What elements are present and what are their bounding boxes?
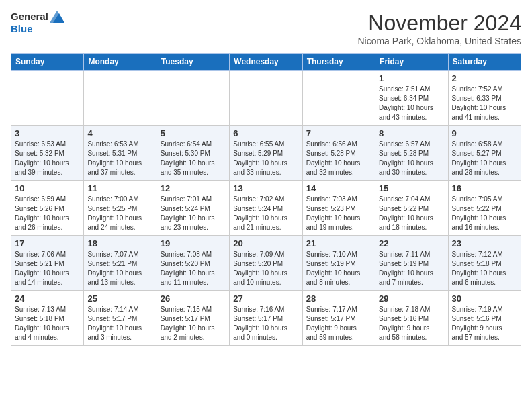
day-info: Sunrise: 6:53 AM Sunset: 5:31 PM Dayligh…: [87, 140, 152, 177]
logo-general: General: [11, 11, 48, 23]
calendar-cell: 16Sunrise: 7:05 AM Sunset: 5:22 PM Dayli…: [448, 181, 521, 236]
calendar-cell: 11Sunrise: 7:00 AM Sunset: 5:25 PM Dayli…: [84, 181, 157, 236]
day-info: Sunrise: 7:02 AM Sunset: 5:24 PM Dayligh…: [233, 195, 298, 232]
day-info: Sunrise: 6:59 AM Sunset: 5:26 PM Dayligh…: [15, 195, 80, 232]
calendar-cell: 19Sunrise: 7:08 AM Sunset: 5:20 PM Dayli…: [157, 236, 229, 291]
day-number: 6: [233, 128, 298, 138]
day-number: 16: [452, 183, 517, 193]
calendar-cell: 20Sunrise: 7:09 AM Sunset: 5:20 PM Dayli…: [230, 236, 302, 291]
day-info: Sunrise: 6:54 AM Sunset: 5:30 PM Dayligh…: [161, 140, 226, 177]
weekday-header-monday: Monday: [84, 54, 157, 71]
calendar-cell: [230, 71, 302, 126]
calendar-cell: [11, 71, 84, 126]
day-number: 28: [306, 293, 371, 304]
day-number: 11: [87, 183, 152, 193]
day-number: 5: [161, 128, 226, 138]
calendar-cell: 18Sunrise: 7:07 AM Sunset: 5:21 PM Dayli…: [84, 236, 157, 291]
calendar-table: SundayMondayTuesdayWednesdayThursdayFrid…: [11, 53, 521, 346]
calendar-cell: 12Sunrise: 7:01 AM Sunset: 5:24 PM Dayli…: [157, 181, 229, 236]
calendar-cell: 23Sunrise: 7:12 AM Sunset: 5:18 PM Dayli…: [448, 236, 521, 291]
day-number: 14: [306, 183, 371, 193]
calendar-cell: 8Sunrise: 6:57 AM Sunset: 5:28 PM Daylig…: [375, 126, 448, 181]
day-info: Sunrise: 7:11 AM Sunset: 5:19 PM Dayligh…: [379, 250, 444, 287]
day-number: 17: [15, 238, 80, 248]
logo-blue: Blue: [11, 23, 64, 35]
calendar-cell: 21Sunrise: 7:10 AM Sunset: 5:19 PM Dayli…: [302, 236, 375, 291]
day-number: 25: [87, 293, 152, 304]
month-title: November 2024: [357, 11, 521, 36]
day-info: Sunrise: 7:17 AM Sunset: 5:17 PM Dayligh…: [306, 305, 371, 342]
weekday-header-saturday: Saturday: [448, 54, 521, 71]
day-number: 8: [379, 128, 444, 138]
page-header: General Blue November 2024 Nicoma Park, …: [11, 11, 521, 46]
calendar-cell: 28Sunrise: 7:17 AM Sunset: 5:17 PM Dayli…: [302, 291, 375, 346]
day-info: Sunrise: 7:16 AM Sunset: 5:17 PM Dayligh…: [233, 305, 298, 342]
calendar-cell: 17Sunrise: 7:06 AM Sunset: 5:21 PM Dayli…: [11, 236, 84, 291]
weekday-header-wednesday: Wednesday: [230, 54, 302, 71]
calendar-cell: 15Sunrise: 7:04 AM Sunset: 5:22 PM Dayli…: [375, 181, 448, 236]
day-info: Sunrise: 7:08 AM Sunset: 5:20 PM Dayligh…: [161, 250, 226, 287]
day-info: Sunrise: 6:55 AM Sunset: 5:29 PM Dayligh…: [233, 140, 298, 177]
week-row-5: 24Sunrise: 7:13 AM Sunset: 5:18 PM Dayli…: [11, 291, 521, 346]
calendar-cell: 27Sunrise: 7:16 AM Sunset: 5:17 PM Dayli…: [230, 291, 302, 346]
day-number: 4: [87, 128, 152, 138]
calendar-cell: [84, 71, 157, 126]
calendar-cell: 26Sunrise: 7:15 AM Sunset: 5:17 PM Dayli…: [157, 291, 229, 346]
day-info: Sunrise: 7:07 AM Sunset: 5:21 PM Dayligh…: [87, 250, 152, 287]
calendar-cell: 6Sunrise: 6:55 AM Sunset: 5:29 PM Daylig…: [230, 126, 302, 181]
calendar-cell: 1Sunrise: 7:51 AM Sunset: 6:34 PM Daylig…: [375, 71, 448, 126]
calendar-cell: 7Sunrise: 6:56 AM Sunset: 5:28 PM Daylig…: [302, 126, 375, 181]
day-number: 18: [87, 238, 152, 248]
day-info: Sunrise: 7:15 AM Sunset: 5:17 PM Dayligh…: [161, 305, 226, 342]
day-info: Sunrise: 7:18 AM Sunset: 5:16 PM Dayligh…: [379, 305, 444, 342]
week-row-3: 10Sunrise: 6:59 AM Sunset: 5:26 PM Dayli…: [11, 181, 521, 236]
day-info: Sunrise: 7:06 AM Sunset: 5:21 PM Dayligh…: [15, 250, 80, 287]
day-number: 24: [15, 293, 80, 304]
day-number: 30: [452, 293, 517, 304]
calendar-cell: 3Sunrise: 6:53 AM Sunset: 5:32 PM Daylig…: [11, 126, 84, 181]
day-info: Sunrise: 7:14 AM Sunset: 5:17 PM Dayligh…: [87, 305, 152, 342]
day-info: Sunrise: 7:03 AM Sunset: 5:23 PM Dayligh…: [306, 195, 371, 232]
week-row-2: 3Sunrise: 6:53 AM Sunset: 5:32 PM Daylig…: [11, 126, 521, 181]
day-number: 26: [161, 293, 226, 304]
day-number: 20: [233, 238, 298, 248]
day-info: Sunrise: 7:12 AM Sunset: 5:18 PM Dayligh…: [452, 250, 517, 287]
weekday-header-sunday: Sunday: [11, 54, 84, 71]
logo: General Blue: [11, 11, 64, 35]
day-number: 13: [233, 183, 298, 193]
calendar-cell: 30Sunrise: 7:19 AM Sunset: 5:16 PM Dayli…: [448, 291, 521, 346]
week-row-1: 1Sunrise: 7:51 AM Sunset: 6:34 PM Daylig…: [11, 71, 521, 126]
calendar-cell: 14Sunrise: 7:03 AM Sunset: 5:23 PM Dayli…: [302, 181, 375, 236]
calendar-cell: 4Sunrise: 6:53 AM Sunset: 5:31 PM Daylig…: [84, 126, 157, 181]
day-number: 19: [161, 238, 226, 248]
weekday-header-tuesday: Tuesday: [157, 54, 229, 71]
day-info: Sunrise: 7:13 AM Sunset: 5:18 PM Dayligh…: [15, 305, 80, 342]
week-row-4: 17Sunrise: 7:06 AM Sunset: 5:21 PM Dayli…: [11, 236, 521, 291]
day-info: Sunrise: 7:51 AM Sunset: 6:34 PM Dayligh…: [379, 85, 444, 122]
calendar-cell: 2Sunrise: 7:52 AM Sunset: 6:33 PM Daylig…: [448, 71, 521, 126]
day-number: 7: [306, 128, 371, 138]
day-number: 21: [306, 238, 371, 248]
day-number: 1: [379, 73, 444, 83]
logo-icon: [50, 11, 64, 23]
day-number: 15: [379, 183, 444, 193]
day-info: Sunrise: 6:57 AM Sunset: 5:28 PM Dayligh…: [379, 140, 444, 177]
calendar-cell: 10Sunrise: 6:59 AM Sunset: 5:26 PM Dayli…: [11, 181, 84, 236]
day-info: Sunrise: 7:00 AM Sunset: 5:25 PM Dayligh…: [87, 195, 152, 232]
day-number: 12: [161, 183, 226, 193]
calendar-cell: 25Sunrise: 7:14 AM Sunset: 5:17 PM Dayli…: [84, 291, 157, 346]
day-number: 22: [379, 238, 444, 248]
weekday-header-friday: Friday: [375, 54, 448, 71]
day-info: Sunrise: 7:01 AM Sunset: 5:24 PM Dayligh…: [161, 195, 226, 232]
day-number: 23: [452, 238, 517, 248]
calendar-cell: 24Sunrise: 7:13 AM Sunset: 5:18 PM Dayli…: [11, 291, 84, 346]
calendar-cell: 13Sunrise: 7:02 AM Sunset: 5:24 PM Dayli…: [230, 181, 302, 236]
day-info: Sunrise: 7:09 AM Sunset: 5:20 PM Dayligh…: [233, 250, 298, 287]
weekday-header-thursday: Thursday: [302, 54, 375, 71]
day-number: 27: [233, 293, 298, 304]
day-info: Sunrise: 6:56 AM Sunset: 5:28 PM Dayligh…: [306, 140, 371, 177]
calendar-cell: [157, 71, 229, 126]
day-number: 2: [452, 73, 517, 83]
calendar-cell: 29Sunrise: 7:18 AM Sunset: 5:16 PM Dayli…: [375, 291, 448, 346]
calendar-cell: 5Sunrise: 6:54 AM Sunset: 5:30 PM Daylig…: [157, 126, 229, 181]
